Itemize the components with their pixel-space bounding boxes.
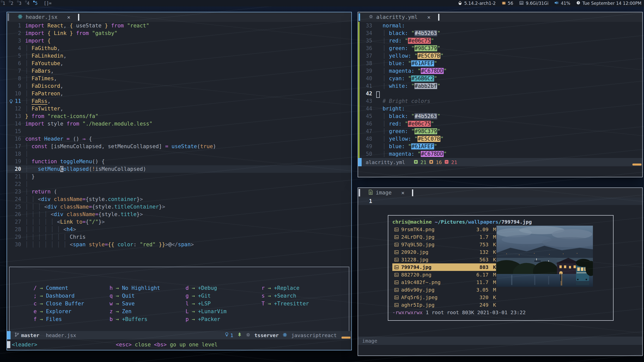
statusline-left: master header.jsx 1 tsserver [7,331,351,339]
whichkey-binding-c[interactable]: c→Close Buffer [33,300,109,308]
system-status-area: 5.14.2-arch1-2569.6Gi/31Gi41%Tue Septemb… [458,1,641,6]
image-file-icon [394,303,399,307]
tab-close-icon[interactable]: × [67,14,70,20]
code-line-7: 7│ FaBars, [7,67,351,75]
tab-close-icon[interactable]: × [427,14,430,20]
image-file-icon [394,250,399,254]
workspace-tag-5[interactable]: 5 [32,0,40,7]
file-manager-preview-frame: chris@machine ~/Pictures/wallpapers/7997… [388,215,614,321]
whichkey-binding-;[interactable]: ;→Dashboard [33,292,109,300]
status-volume: 41% [554,1,570,6]
tab-image[interactable]: image × [360,188,408,197]
command-line-left[interactable]: <leader> <esc> close <bs> go up one leve… [7,339,351,350]
code-line-12: 12│ FaTwitter, [7,105,351,112]
tabline: header.jsx × [7,12,351,22]
lsp-server-name: tsserver [254,332,279,338]
desktop-wallpaper: 12345 []= 5.14.2-arch1-2569.6Gi/31Gi41%T… [0,0,644,362]
code-line-1: 1 [358,197,642,205]
file-row[interactable]: 9rsmTK4.png3.09M [392,226,496,233]
diagnostics-indicator[interactable]: 1 [225,332,233,338]
tab-close-icon[interactable]: × [401,190,404,196]
code-line-29: 29│ │ │ │ │ │ │ Chris [7,233,351,241]
code-line-41: 41 │ white: "#abb2bf" [358,82,642,90]
clock-icon [576,1,580,6]
file-row[interactable]: 31228.jpg563K [392,256,496,263]
git-added-icon [414,159,418,165]
whichkey-column: d→+Debugg→+Gitl→+LSPL→+LunarVimp→+Packer [185,284,261,331]
code-line-38: 38 │ blue: "#61AFEF" [358,60,642,67]
tab-header-jsx[interactable]: header.jsx × [9,12,74,22]
file-row[interactable]: 882720.png6.17M [392,271,496,278]
arrow-icon: → [40,300,43,308]
file-row[interactable]: a19c482f~.png11.7M [392,278,496,286]
code-line-22: 22│ [7,180,351,188]
workspace-indicator-square [33,1,35,2]
whichkey-binding-l[interactable]: l→+LSP [185,300,261,308]
whichkey-binding-T[interactable]: T→+Treesitter [261,300,337,308]
code-line-25: 25│ │ │ <div className={style.titleConta… [7,203,351,211]
package-icon [502,1,506,6]
file-row[interactable]: AFq5r6j.jpeg320K [392,294,496,301]
file-row-selected[interactable]: 799794.jpg803K [392,263,496,271]
workspace-tag-1[interactable]: 1 [0,0,8,7]
code-line-39: 39 │ magenta: "#C678DD" [358,67,642,75]
code-line-1: 1import React, { useState } from "react" [7,22,351,29]
memory-icon [519,1,524,6]
tabline-caret [438,14,439,21]
code-line-9: 9│ FaDiscord, [7,82,351,90]
code-line-49: 49 │ blue: "#61AFEF" [358,143,642,150]
file-list: 9rsmTK4.png3.09M24LrDFQ.jpg1.7M97q9L5D.j… [392,226,496,309]
tab-alacritty-yml[interactable]: alacritty.yml × [360,12,434,22]
arrow-icon: → [116,315,119,323]
whichkey-binding-g[interactable]: g→+Git [185,292,261,300]
code-line-16: 16const Header = () ⇒ { [7,135,351,143]
git-removed-icon [444,159,449,165]
window-editor-header-jsx[interactable]: header.jsx × 1import React, { useState }… [7,12,352,350]
whichkey-binding-/[interactable]: /→Comment [33,284,109,292]
layout-indicator[interactable]: []= [44,1,52,6]
file-row[interactable]: ad6v90y.jpg3.05M [392,286,496,294]
whichkey-binding-p[interactable]: p→+Packer [185,315,261,323]
whichkey-binding-s[interactable]: s→+Search [261,292,337,300]
whichkey-binding-z[interactable]: z→Zen [109,308,185,315]
workspace-tag-2[interactable]: 2 [8,0,16,7]
scroll-progress-indicator [632,164,641,166]
image-file-icon [394,235,399,239]
whichkey-binding-r[interactable]: r→+Replace [261,284,337,292]
statusline-alacritty: alacritty.yml 21 16 21 [358,158,642,166]
window-editor-alacritty-yml[interactable]: alacritty.yml × 33 normal:34 │ black: "#… [358,12,643,177]
code-line-13: 13} from "react-icons/fa" [7,112,351,120]
image-file-icon [394,296,399,299]
tab-title: image [376,190,392,196]
workspace-tag-4[interactable]: 4 [24,0,32,7]
code-line-37: 37 │ yellow: "#E5C07B" [358,52,642,60]
code-area-alacritty[interactable]: 33 normal:34 │ black: "#4b5263"35 │ red:… [358,22,642,158]
window-image-preview[interactable]: image × 1 chris@machine ~/Pictures/wallp… [358,187,643,356]
image-file-icon [394,265,399,269]
image-file-icon [394,243,399,247]
image-buffer-area[interactable]: 1 chris@machine ~/Pictures/wallpapers/79… [358,197,642,337]
workspace-tag-3[interactable]: 3 [16,0,24,7]
code-area-header-jsx[interactable]: 1import React, { useState } from "react"… [7,22,351,331]
code-line-10: 10│ FaPatreon, [7,90,351,97]
file-row[interactable]: aghr5Ip.jpg249K [392,301,496,309]
git-branch-name[interactable]: master [21,332,39,338]
whichkey-binding-L[interactable]: L→+LunarVim [185,308,261,315]
whichkey-binding-d[interactable]: d→+Debug [185,284,261,292]
arrow-icon: → [116,284,119,292]
file-row[interactable]: 97q9L5D.jpg753K [392,241,496,248]
gear-icon [369,14,373,20]
file-row[interactable]: 24LrDFQ.jpg1.7M [392,233,496,241]
whichkey-binding-b[interactable]: b→+Buffers [109,315,185,323]
file-row[interactable]: 20920.jpg132K [392,248,496,256]
whichkey-binding-e[interactable]: e→Explorer [33,308,109,315]
whichkey-binding-w[interactable]: w→Save [109,300,185,308]
git-branch-icon [15,332,19,338]
whichkey-binding-q[interactable]: q→Quit [109,292,185,300]
code-line-48: 48 │ yellow: "#E5C07B" [358,135,642,143]
git-changed-count: 16 [436,159,442,165]
whichkey-column: r→+Replaces→+SearchT→+Treesitter [261,284,337,331]
workspace-indicator-square [25,1,27,2]
whichkey-binding-h[interactable]: h→No Highlight [109,284,185,292]
whichkey-binding-f[interactable]: f→Files [33,315,109,323]
